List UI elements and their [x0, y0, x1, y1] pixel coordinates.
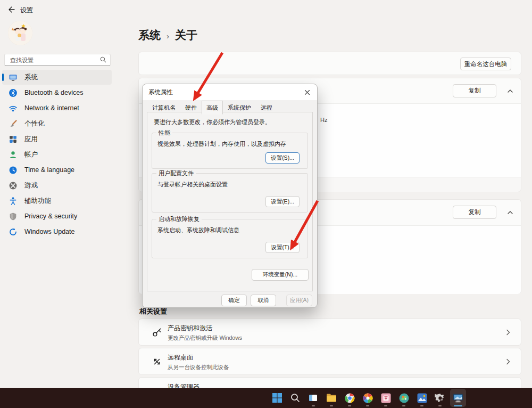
- sidebar-item-system[interactable]: 系统: [2, 70, 112, 85]
- apply-button: 应用(A): [286, 295, 312, 306]
- windows-logo-icon: [271, 392, 283, 404]
- related-row-product-key[interactable]: 产品密钥和激活 更改产品密钥或升级 Windows: [138, 319, 521, 346]
- avatar[interactable]: [8, 21, 32, 45]
- search-taskbar-button[interactable]: [287, 389, 303, 407]
- tab-advanced[interactable]: 高级: [202, 101, 223, 115]
- startup-recovery-settings-button[interactable]: 设置(T)...: [265, 242, 300, 253]
- ok-button[interactable]: 确定: [221, 295, 247, 306]
- environment-variables-button[interactable]: 环境变量(N)...: [252, 269, 309, 281]
- user-profiles-settings-button[interactable]: 设置(E)...: [265, 196, 300, 207]
- search-icon[interactable]: [99, 56, 107, 66]
- chevron-up-icon[interactable]: [506, 87, 514, 95]
- task-view-icon: [308, 393, 319, 403]
- file-explorer-icon: [326, 392, 337, 404]
- sidebar-item-label: 应用: [24, 135, 38, 144]
- chrome-button[interactable]: [342, 389, 358, 407]
- sidebar-item-windows-update[interactable]: Windows Update: [2, 224, 112, 239]
- running-indicator: [438, 405, 442, 407]
- chevron-up-icon[interactable]: [506, 208, 514, 217]
- display-icon: [9, 73, 18, 82]
- sidebar-item-label: Windows Update: [24, 228, 75, 235]
- sidebar-item-privacy-security[interactable]: Privacy & security: [2, 209, 112, 224]
- sidebar-item-label: 辅助功能: [24, 197, 51, 206]
- sidebar-item-label: 个性化: [24, 119, 45, 128]
- sidebar-item-accounts[interactable]: 帐户: [2, 147, 112, 162]
- group-label: 性能: [156, 129, 172, 137]
- sidebar-item-apps[interactable]: 应用: [2, 132, 112, 146]
- close-icon[interactable]: [303, 88, 312, 97]
- admin-notice-text: 要进行大多数更改，你必须作为管理员登录。: [154, 118, 271, 126]
- sidebar-item-label: 游戏: [24, 181, 38, 190]
- sidebar-item-personalization[interactable]: 个性化: [2, 116, 112, 131]
- performance-settings-button[interactable]: 设置(S)...: [265, 152, 300, 164]
- rename-pc-button[interactable]: 重命名这台电脑: [460, 58, 511, 70]
- advanced-tab-page: 要进行大多数更改，你必须作为管理员登录。 性能 视觉效果，处理器计划，内存使用，…: [147, 112, 313, 291]
- color-wheel-browser-button[interactable]: [360, 389, 376, 407]
- pink-app-button[interactable]: [378, 389, 394, 407]
- system-properties-dialog: 系统属性 计算机名 硬件 高级 系统保护 远程 要进行大多数更改，你必须作为管理…: [142, 84, 318, 308]
- user-profiles-group: 用户配置文件 与登录帐户相关的桌面设置 设置(E)...: [152, 173, 308, 213]
- taskbar-icons: [269, 389, 466, 407]
- app-title: 设置: [20, 6, 33, 15]
- remote-desktop-icon: [152, 356, 162, 367]
- page-title: 关于: [175, 28, 197, 43]
- related-row-remote-desktop[interactable]: 远程桌面 从另一台设备控制此设备: [138, 348, 521, 375]
- running-indicator: [330, 405, 333, 407]
- wifi-icon: [9, 104, 18, 113]
- bluetooth-icon: [9, 88, 18, 97]
- file-explorer-button[interactable]: [323, 389, 339, 407]
- sidebar-item-bluetooth-devices[interactable]: Bluetooth & devices: [2, 85, 112, 100]
- breadcrumb-root[interactable]: 系统: [138, 28, 161, 43]
- chevron-right-icon: [504, 357, 512, 366]
- running-indicator: [312, 405, 315, 407]
- cancel-button[interactable]: 取消: [251, 295, 276, 306]
- sidebar-item-network-internet[interactable]: Network & internet: [2, 101, 112, 116]
- back-icon[interactable]: [6, 5, 16, 14]
- color-wheel-icon: [362, 393, 373, 404]
- processor-spec-fragment: Hz: [320, 117, 327, 123]
- pink-app-icon: [380, 393, 392, 404]
- start-button[interactable]: [269, 389, 285, 407]
- related-row-subtitle: 从另一台设备控制此设备: [168, 364, 229, 371]
- sidebar-item-accessibility[interactable]: 辅助功能: [2, 193, 112, 208]
- running-indicator: [420, 405, 423, 407]
- sidebar-item-label: 系统: [24, 73, 38, 82]
- key-icon: [152, 327, 162, 338]
- related-row-title: 远程桌面: [168, 353, 229, 362]
- sidebar-item-label: Time & language: [24, 166, 74, 174]
- active-indicator: [454, 405, 462, 407]
- apps-icon: [9, 135, 18, 144]
- sidebar-item-time-language[interactable]: Time & language: [2, 162, 112, 177]
- related-settings-heading: 相关设置: [139, 307, 167, 316]
- sidebar-item-label: Bluetooth & devices: [24, 89, 84, 96]
- breadcrumb: 系统 › 关于: [138, 28, 197, 43]
- sidebar-item-label: 帐户: [24, 150, 38, 159]
- device-name-card: 重命名这台电脑: [138, 52, 521, 75]
- system-window-icon: [452, 392, 464, 404]
- group-description: 系统启动、系统故障和调试信息: [157, 226, 239, 234]
- task-view-button[interactable]: [305, 389, 321, 407]
- running-indicator: [384, 405, 387, 407]
- sidebar-item-gaming[interactable]: 游戏: [2, 178, 112, 193]
- windows-update-icon: [9, 227, 18, 236]
- dialog-titlebar[interactable]: 系统属性: [143, 84, 317, 100]
- system-properties-taskbar-button[interactable]: [450, 389, 466, 407]
- art-app-button[interactable]: [396, 389, 412, 407]
- related-row-subtitle: 更改产品密钥或升级 Windows: [168, 334, 242, 342]
- photos-button[interactable]: [414, 389, 430, 407]
- sidebar-item-label: Privacy & security: [24, 213, 77, 220]
- related-row-text: 产品密钥和激活 更改产品密钥或升级 Windows: [168, 324, 242, 342]
- settings-taskbar-button[interactable]: [432, 389, 448, 407]
- privacy-shield-icon: [9, 212, 18, 221]
- sidebar: 系统 Bluetooth & devices Network & interne…: [2, 70, 112, 240]
- running-indicator: [348, 405, 351, 407]
- copy-button[interactable]: 复制: [453, 206, 496, 219]
- copy-button[interactable]: 复制: [453, 84, 496, 97]
- selected-accent-bar: [2, 74, 4, 81]
- search-icon: [290, 393, 301, 403]
- dialog-title: 系统属性: [148, 88, 173, 96]
- related-row-text: 远程桌面 从另一台设备控制此设备: [168, 353, 229, 371]
- chevron-right-icon: [504, 328, 512, 337]
- photos-icon: [417, 393, 428, 404]
- search-input[interactable]: [9, 55, 96, 65]
